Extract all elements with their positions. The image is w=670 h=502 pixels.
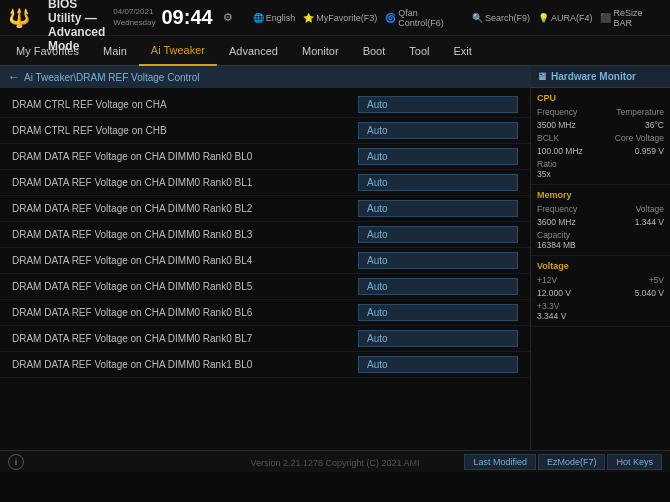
v33-label: +3.3V bbox=[537, 301, 664, 311]
setting-label: DRAM DATA REF Voltage on CHA DIMM0 Rank0… bbox=[12, 151, 358, 162]
setting-value[interactable]: Auto bbox=[358, 356, 518, 373]
capacity-label: Capacity bbox=[537, 230, 664, 240]
memory-section: Memory Frequency Voltage 3600 MHz 1.344 … bbox=[531, 185, 670, 256]
breadcrumb[interactable]: ← Ai Tweaker\DRAM REF Voltage Control bbox=[0, 66, 530, 88]
setting-label: DRAM CTRL REF Voltage on CHA bbox=[12, 99, 358, 110]
cpu-section-title: CPU bbox=[537, 93, 664, 103]
v12-row-labels: +12V +5V bbox=[537, 275, 664, 285]
voltage-section: Voltage +12V +5V 12.000 V 5.040 V +3.3V … bbox=[531, 256, 670, 327]
setting-row: DRAM DATA REF Voltage on CHA DIMM0 Rank0… bbox=[0, 326, 530, 352]
bclk-label: BCLK bbox=[537, 133, 559, 143]
version-text: Version 2.21.1278 Copyright (C) 2021 AMI bbox=[250, 458, 419, 468]
setting-row: DRAM CTRL REF Voltage on CHA Auto bbox=[0, 92, 530, 118]
hw-monitor-title: Hardware Monitor bbox=[551, 71, 636, 82]
bclk-row-values: 100.00 MHz 0.959 V bbox=[537, 146, 664, 156]
nav-ai-tweaker[interactable]: Ai Tweaker bbox=[139, 36, 217, 66]
setting-label: DRAM DATA REF Voltage on CHA DIMM0 Rank0… bbox=[12, 333, 358, 344]
setting-value[interactable]: Auto bbox=[358, 174, 518, 191]
nav-boot[interactable]: Boot bbox=[351, 36, 398, 66]
nav-tool[interactable]: Tool bbox=[397, 36, 441, 66]
cpu-temp-label: Temperature bbox=[616, 107, 664, 117]
nav-main[interactable]: Main bbox=[91, 36, 139, 66]
setting-value[interactable]: Auto bbox=[358, 330, 518, 347]
search-btn[interactable]: 🔍 Search(F9) bbox=[472, 8, 530, 28]
cpu-freq-row: Frequency Temperature bbox=[537, 107, 664, 117]
datetime-display: 04/07/2021 Wednesday 09:44 ⚙ bbox=[113, 6, 232, 29]
hardware-monitor-panel: 🖥 Hardware Monitor CPU Frequency Tempera… bbox=[530, 66, 670, 450]
setting-value[interactable]: Auto bbox=[358, 96, 518, 113]
mem-freq-value: 3600 MHz bbox=[537, 217, 576, 227]
ratio-label: Ratio bbox=[537, 159, 664, 169]
mem-voltage-label: Voltage bbox=[636, 204, 664, 214]
setting-label: DRAM CTRL REF Voltage on CHB bbox=[12, 125, 358, 136]
qfan-btn[interactable]: 🌀 Qfan Control(F6) bbox=[385, 8, 464, 28]
v12-label: +12V bbox=[537, 275, 557, 285]
core-voltage-value: 0.959 V bbox=[635, 146, 664, 156]
setting-row: DRAM DATA REF Voltage on CHA DIMM0 Rank0… bbox=[0, 300, 530, 326]
aura-btn[interactable]: 💡 AURA(F4) bbox=[538, 8, 593, 28]
mem-freq-row-labels: Frequency Voltage bbox=[537, 204, 664, 214]
ez-mode-btn[interactable]: EzMode(F7) bbox=[538, 454, 606, 470]
v33-value: 3.344 V bbox=[537, 311, 664, 321]
setting-row: DRAM DATA REF Voltage on CHA DIMM0 Rank0… bbox=[0, 170, 530, 196]
setting-label: DRAM DATA REF Voltage on CHA DIMM0 Rank0… bbox=[12, 229, 358, 240]
time-display: 09:44 bbox=[161, 6, 212, 29]
cpu-freq-value: 3500 MHz bbox=[537, 120, 576, 130]
memory-section-title: Memory bbox=[537, 190, 664, 200]
core-voltage-label: Core Voltage bbox=[615, 133, 664, 143]
setting-row: DRAM CTRL REF Voltage on CHB Auto bbox=[0, 118, 530, 144]
main-layout: ← Ai Tweaker\DRAM REF Voltage Control DR… bbox=[0, 66, 670, 450]
setting-label: DRAM DATA REF Voltage on CHA DIMM0 Rank0… bbox=[12, 177, 358, 188]
v5-value: 5.040 V bbox=[635, 288, 664, 298]
setting-row: DRAM DATA REF Voltage on CHA DIMM0 Rank0… bbox=[0, 196, 530, 222]
setting-value[interactable]: Auto bbox=[358, 200, 518, 217]
language-btn[interactable]: 🌐 English bbox=[253, 8, 296, 28]
setting-row: DRAM DATA REF Voltage on CHA DIMM0 Rank0… bbox=[0, 222, 530, 248]
gear-icon[interactable]: ⚙ bbox=[223, 11, 233, 24]
bottom-right: Last Modified EzMode(F7) Hot Keys bbox=[464, 454, 662, 470]
nav-exit[interactable]: Exit bbox=[441, 36, 483, 66]
header-bar: 🔱 UEFI BIOS Utility — Advanced Mode 04/0… bbox=[0, 0, 670, 36]
bottom-bar: i Version 2.21.1278 Copyright (C) 2021 A… bbox=[0, 450, 670, 472]
hot-keys-btn[interactable]: Hot Keys bbox=[607, 454, 662, 470]
ratio-value: 35x bbox=[537, 169, 664, 179]
day-display: Wednesday bbox=[113, 18, 155, 28]
setting-value[interactable]: Auto bbox=[358, 278, 518, 295]
cpu-freq-value-row: 3500 MHz 36°C bbox=[537, 120, 664, 130]
v12-value: 12.000 V bbox=[537, 288, 571, 298]
cpu-temp-value: 36°C bbox=[645, 120, 664, 130]
setting-row: DRAM DATA REF Voltage on CHA DIMM0 Rank0… bbox=[0, 274, 530, 300]
setting-label: DRAM DATA REF Voltage on CHA DIMM0 Rank1… bbox=[12, 359, 358, 370]
top-icons: 🌐 English ⭐ MyFavorite(F3) 🌀 Qfan Contro… bbox=[253, 8, 662, 28]
setting-value[interactable]: Auto bbox=[358, 304, 518, 321]
setting-row: DRAM DATA REF Voltage on CHA DIMM0 Rank0… bbox=[0, 248, 530, 274]
cpu-section: CPU Frequency Temperature 3500 MHz 36°C … bbox=[531, 88, 670, 185]
voltage-section-title: Voltage bbox=[537, 261, 664, 271]
setting-label: DRAM DATA REF Voltage on CHA DIMM0 Rank0… bbox=[12, 255, 358, 266]
setting-value[interactable]: Auto bbox=[358, 252, 518, 269]
mem-freq-label: Frequency bbox=[537, 204, 577, 214]
monitor-icon: 🖥 bbox=[537, 71, 547, 82]
info-icon[interactable]: i bbox=[8, 454, 24, 470]
back-arrow-icon: ← bbox=[8, 70, 20, 84]
setting-value[interactable]: Auto bbox=[358, 148, 518, 165]
v12-row-values: 12.000 V 5.040 V bbox=[537, 288, 664, 298]
v5-label: +5V bbox=[649, 275, 664, 285]
capacity-value: 16384 MB bbox=[537, 240, 664, 250]
last-modified-btn[interactable]: Last Modified bbox=[464, 454, 536, 470]
setting-label: DRAM DATA REF Voltage on CHA DIMM0 Rank0… bbox=[12, 203, 358, 214]
setting-value[interactable]: Auto bbox=[358, 122, 518, 139]
setting-value[interactable]: Auto bbox=[358, 226, 518, 243]
date-display: 04/07/2021 bbox=[113, 7, 155, 17]
bottom-left: i bbox=[8, 454, 24, 470]
nav-my-favorites[interactable]: My Favorites bbox=[4, 36, 91, 66]
bclk-value: 100.00 MHz bbox=[537, 146, 583, 156]
setting-row: DRAM DATA REF Voltage on CHA DIMM0 Rank1… bbox=[0, 352, 530, 378]
nav-monitor[interactable]: Monitor bbox=[290, 36, 351, 66]
resize-bar-btn[interactable]: ⬛ ReSize BAR bbox=[600, 8, 662, 28]
nav-advanced[interactable]: Advanced bbox=[217, 36, 290, 66]
mem-freq-row-values: 3600 MHz 1.344 V bbox=[537, 217, 664, 227]
favorites-btn[interactable]: ⭐ MyFavorite(F3) bbox=[303, 8, 377, 28]
breadcrumb-text: Ai Tweaker\DRAM REF Voltage Control bbox=[24, 72, 199, 83]
content-area: ← Ai Tweaker\DRAM REF Voltage Control DR… bbox=[0, 66, 530, 450]
